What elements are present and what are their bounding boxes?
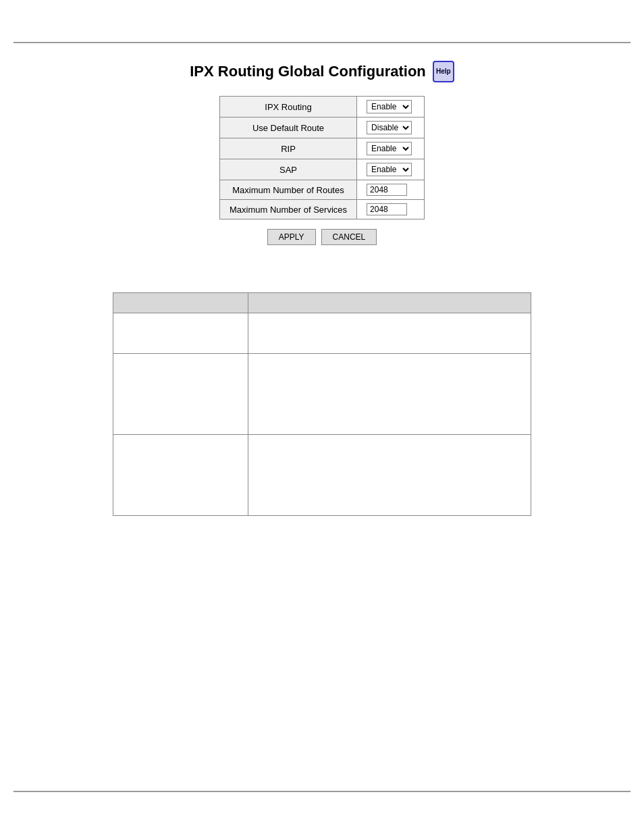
config-label-4: Maximum Number of Routes	[219, 180, 356, 200]
lower-table-header-col2	[248, 293, 531, 313]
lower-table-header-row	[113, 293, 531, 313]
lower-table-row1-col2	[248, 313, 531, 354]
config-row-0: IPX RoutingEnableDisable	[219, 97, 424, 118]
lower-table-row1-col1	[113, 313, 248, 354]
config-label-1: Use Default Route	[219, 118, 356, 138]
config-input-5[interactable]	[367, 203, 407, 215]
title-row: IPX Routing Global Configuration Help	[190, 61, 454, 82]
config-value-4[interactable]	[357, 180, 425, 200]
lower-table-row2-col1	[113, 354, 248, 435]
lower-table-row-3	[113, 435, 531, 516]
config-value-0[interactable]: EnableDisable	[357, 97, 425, 118]
config-table: IPX RoutingEnableDisableUse Default Rout…	[219, 96, 425, 219]
config-input-4[interactable]	[367, 184, 407, 196]
config-select-2[interactable]: EnableDisable	[367, 142, 412, 155]
cancel-button[interactable]: CANCEL	[321, 229, 377, 245]
help-icon-label: Help	[436, 68, 451, 75]
bottom-divider	[14, 791, 630, 792]
button-row: APPLY CANCEL	[267, 229, 377, 245]
apply-button[interactable]: APPLY	[267, 229, 316, 245]
config-select-0[interactable]: EnableDisable	[367, 100, 412, 113]
config-value-5[interactable]	[357, 200, 425, 219]
lower-table-row-1	[113, 313, 531, 354]
config-value-1[interactable]: EnableDisable	[357, 118, 425, 138]
help-icon[interactable]: Help	[433, 61, 454, 82]
config-label-2: RIP	[219, 138, 356, 159]
config-value-2[interactable]: EnableDisable	[357, 138, 425, 159]
lower-table-row3-col1	[113, 435, 248, 516]
config-select-1[interactable]: EnableDisable	[367, 121, 412, 134]
top-divider	[14, 42, 630, 43]
config-row-5: Maximum Number of Services	[219, 200, 424, 219]
config-select-3[interactable]: EnableDisable	[367, 163, 412, 176]
config-value-3[interactable]: EnableDisable	[357, 159, 425, 180]
page-title: IPX Routing Global Configuration	[190, 63, 426, 80]
config-label-5: Maximum Number of Services	[219, 200, 356, 219]
lower-table-row3-col2	[248, 435, 531, 516]
config-row-4: Maximum Number of Routes	[219, 180, 424, 200]
config-label-3: SAP	[219, 159, 356, 180]
config-row-2: RIPEnableDisable	[219, 138, 424, 159]
lower-table-row-2	[113, 354, 531, 435]
lower-table	[113, 292, 531, 516]
lower-table-row2-col2	[248, 354, 531, 435]
config-label-0: IPX Routing	[219, 97, 356, 118]
lower-table-header-col1	[113, 293, 248, 313]
config-row-3: SAPEnableDisable	[219, 159, 424, 180]
config-row-1: Use Default RouteEnableDisable	[219, 118, 424, 138]
